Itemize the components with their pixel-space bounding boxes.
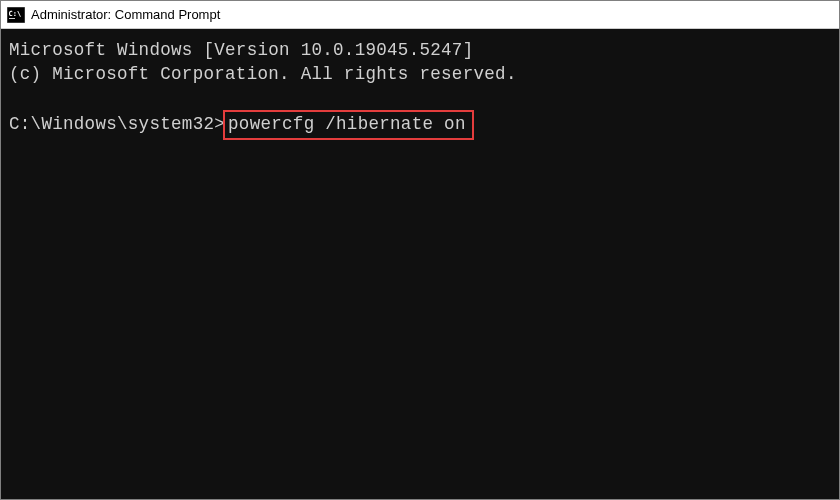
title-bar: C:\ Administrator: Command Prompt bbox=[1, 1, 839, 29]
version-line: Microsoft Windows [Version 10.0.19045.52… bbox=[9, 39, 831, 63]
prompt-line: C:\Windows\system32> powercfg /hibernate… bbox=[9, 110, 831, 140]
prompt-path: C:\Windows\system32> bbox=[9, 113, 225, 137]
terminal-area[interactable]: Microsoft Windows [Version 10.0.19045.52… bbox=[1, 29, 839, 150]
cmd-icon: C:\ bbox=[7, 7, 25, 23]
window-title: Administrator: Command Prompt bbox=[31, 7, 220, 22]
blank-line bbox=[9, 86, 831, 110]
copyright-line: (c) Microsoft Corporation. All rights re… bbox=[9, 63, 831, 87]
command-input[interactable]: powercfg /hibernate on bbox=[223, 110, 474, 140]
svg-text:C:\: C:\ bbox=[9, 10, 22, 18]
